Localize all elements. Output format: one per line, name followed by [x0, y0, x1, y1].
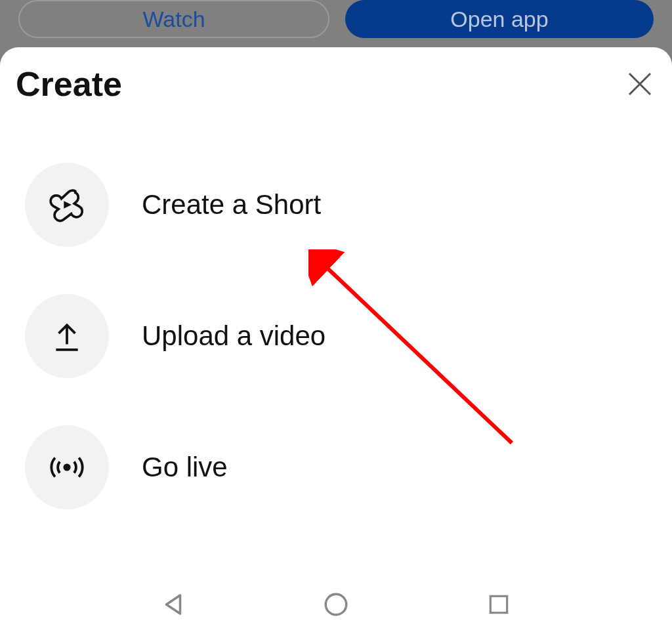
open-app-button-dimmed: Open app — [345, 0, 654, 38]
option-label: Upload a video — [142, 320, 326, 352]
triangle-back-icon — [159, 591, 187, 618]
background-top-bar: Watch Open app — [0, 0, 672, 53]
close-icon — [625, 70, 654, 98]
watch-button-dimmed: Watch — [18, 0, 329, 38]
svg-rect-6 — [490, 596, 507, 612]
option-go-live[interactable]: Go live — [25, 425, 656, 509]
watch-label: Watch — [142, 7, 205, 32]
nav-back-button[interactable] — [158, 589, 189, 620]
option-upload-video[interactable]: Upload a video — [25, 294, 656, 378]
option-icon-wrap — [25, 425, 109, 509]
option-list: Create a Short Upload a video — [16, 163, 656, 509]
svg-point-4 — [63, 463, 70, 471]
nav-recents-button[interactable] — [483, 589, 514, 620]
upload-icon — [51, 320, 83, 352]
sheet-title: Create — [16, 64, 122, 104]
option-icon-wrap — [25, 163, 109, 247]
sheet-header: Create — [16, 64, 656, 104]
create-bottom-sheet: Create Create a Short — [0, 47, 672, 634]
circle-home-icon — [322, 591, 350, 618]
option-label: Go live — [142, 452, 228, 483]
open-app-label: Open app — [450, 7, 548, 32]
option-icon-wrap — [25, 294, 109, 378]
square-recents-icon — [486, 592, 511, 617]
close-button[interactable] — [623, 68, 656, 100]
option-label: Create a Short — [142, 189, 321, 221]
svg-point-5 — [326, 594, 346, 615]
live-icon — [48, 448, 86, 486]
option-create-short[interactable]: Create a Short — [25, 163, 656, 247]
system-nav-bar — [0, 575, 672, 634]
nav-home-button[interactable] — [320, 589, 352, 620]
shorts-icon — [49, 186, 85, 223]
